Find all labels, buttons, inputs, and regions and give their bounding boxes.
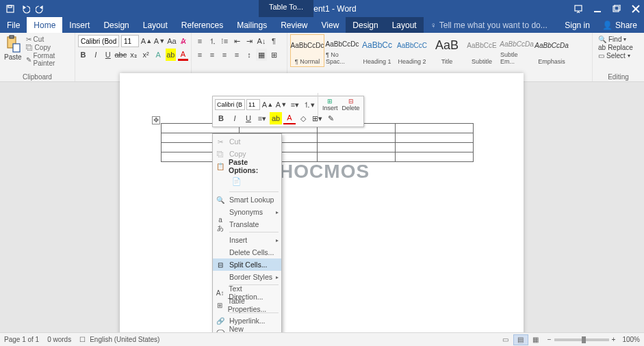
- multilevel-button[interactable]: ⁝≡: [219, 35, 230, 47]
- undo-icon[interactable]: [21, 4, 30, 14]
- mini-highlight[interactable]: ab: [270, 112, 282, 124]
- status-language[interactable]: English (United States): [90, 336, 159, 343]
- grow-font-icon[interactable]: A▲: [141, 35, 152, 47]
- mini-align[interactable]: ≡▾: [256, 112, 268, 124]
- paste-keep-source-icon[interactable]: 📄: [229, 174, 243, 188]
- read-mode-icon[interactable]: ▭: [498, 334, 513, 345]
- align-center-button[interactable]: ≡: [207, 49, 218, 61]
- shrink-font-icon[interactable]: A▼: [154, 35, 165, 47]
- tab-insert[interactable]: Insert: [62, 17, 96, 33]
- mini-borders[interactable]: ⊞▾: [311, 112, 323, 124]
- borders-button[interactable]: ⊞: [268, 49, 279, 61]
- status-page[interactable]: Page 1 of 1: [4, 336, 39, 343]
- tell-me-search[interactable]: ♀ Tell me what you want to do...: [424, 17, 560, 33]
- ctx-border-styles[interactable]: Border Styles▸: [213, 271, 281, 283]
- show-marks-button[interactable]: ¶: [268, 35, 279, 47]
- ctx-smart-lookup[interactable]: 🔍Smart Lookup: [213, 194, 281, 206]
- italic-button[interactable]: I: [90, 49, 101, 61]
- font-name-input[interactable]: [78, 35, 119, 47]
- style-subtle-em[interactable]: AaBbCcDaSubtle Em...: [500, 34, 534, 67]
- tab-mailings[interactable]: Mailings: [230, 17, 274, 33]
- table-row[interactable]: [162, 133, 474, 143]
- sign-in-link[interactable]: Sign in: [559, 17, 595, 33]
- web-layout-icon[interactable]: ▦: [528, 334, 543, 345]
- superscript-button[interactable]: x²: [141, 49, 151, 61]
- zoom-in-button[interactable]: +: [612, 336, 616, 343]
- print-layout-icon[interactable]: ▤: [513, 334, 528, 345]
- style-heading1[interactable]: AaBbCcHeading 1: [360, 34, 394, 67]
- tab-references[interactable]: References: [175, 17, 230, 33]
- ctx-delete-cells[interactable]: Delete Cells...: [213, 246, 281, 258]
- mini-delete-button[interactable]: ⊟Delete: [341, 98, 361, 111]
- mini-shrink-font[interactable]: A▼: [275, 98, 287, 111]
- mini-format-painter[interactable]: ✎: [324, 112, 337, 124]
- mini-numbering[interactable]: ⒈▾: [302, 98, 315, 111]
- increase-indent-button[interactable]: ⇥: [244, 35, 255, 47]
- bullets-button[interactable]: ≡: [194, 35, 205, 47]
- mini-bold[interactable]: B: [215, 112, 227, 124]
- justify-button[interactable]: ≡: [231, 49, 242, 61]
- strikethrough-button[interactable]: abc: [115, 49, 126, 61]
- style-normal[interactable]: AaBbCcDc¶ Normal: [290, 34, 324, 67]
- text-effects-button[interactable]: A: [153, 49, 164, 61]
- mini-shading[interactable]: ◇: [297, 112, 309, 124]
- zoom-level[interactable]: 100%: [622, 336, 640, 343]
- table-row[interactable]: [162, 143, 474, 152]
- tab-design[interactable]: Design: [96, 17, 136, 33]
- save-icon[interactable]: [5, 4, 15, 14]
- format-painter-button[interactable]: ✎Format Painter: [26, 52, 69, 67]
- tab-table-design[interactable]: Design: [346, 17, 385, 33]
- style-title[interactable]: AaBTitle: [430, 34, 464, 67]
- numbering-button[interactable]: ⒈: [207, 35, 218, 47]
- zoom-thumb[interactable]: [582, 336, 586, 343]
- mini-bullets[interactable]: ≡▾: [289, 98, 301, 111]
- mini-insert-button[interactable]: ⊞Insert: [321, 98, 339, 111]
- style-subtitle[interactable]: AaBbCcESubtitle: [465, 34, 499, 67]
- change-case-icon[interactable]: Aa: [167, 35, 177, 47]
- line-spacing-button[interactable]: ↕: [244, 49, 255, 61]
- ctx-translate[interactable]: aあTranslate: [213, 218, 281, 230]
- decrease-indent-button[interactable]: ⇤: [231, 35, 242, 47]
- copy-button[interactable]: ⿻Copy: [26, 44, 69, 51]
- align-right-button[interactable]: ≡: [219, 49, 230, 61]
- tab-home[interactable]: Home: [27, 17, 62, 33]
- ctx-table-properties[interactable]: ⊞Table Properties...: [213, 299, 281, 311]
- tab-view[interactable]: View: [315, 17, 346, 33]
- mini-font-name[interactable]: [215, 99, 245, 110]
- highlight-button[interactable]: ab: [166, 49, 176, 61]
- ctx-cut[interactable]: ✂Cut: [213, 135, 281, 148]
- underline-button[interactable]: U: [103, 49, 113, 61]
- ctx-split-cells[interactable]: ⊟Split Cells...: [213, 258, 281, 271]
- font-size-input[interactable]: [121, 35, 139, 47]
- align-left-button[interactable]: ≡: [194, 49, 205, 61]
- mini-italic[interactable]: I: [229, 112, 241, 124]
- paste-button[interactable]: Paste: [3, 34, 23, 61]
- cut-button[interactable]: ✂Cut: [26, 36, 69, 43]
- sort-button[interactable]: A↓: [256, 35, 267, 47]
- style-emphasis[interactable]: AaBbCcDaEmphasis: [534, 34, 569, 67]
- tab-review[interactable]: Review: [274, 17, 314, 33]
- tab-file[interactable]: File: [0, 17, 27, 33]
- replace-button[interactable]: abReplace: [598, 44, 639, 51]
- redo-icon[interactable]: [36, 4, 45, 14]
- proofing-icon[interactable]: ☐: [79, 336, 86, 343]
- close-icon[interactable]: [632, 5, 640, 13]
- zoom-out-button[interactable]: −: [548, 336, 552, 343]
- styles-gallery[interactable]: AaBbCcDc¶ Normal AaBbCcDc¶ No Spac... Aa…: [290, 34, 589, 67]
- mini-underline[interactable]: U: [242, 112, 255, 124]
- style-heading2[interactable]: AaBbCcCHeading 2: [395, 34, 429, 67]
- mini-font-color[interactable]: A: [283, 112, 296, 124]
- table-move-handle[interactable]: ✥: [152, 116, 160, 124]
- share-button[interactable]: 👤 Share: [595, 17, 644, 33]
- bold-button[interactable]: B: [78, 49, 88, 61]
- minimize-icon[interactable]: [593, 5, 602, 13]
- zoom-slider[interactable]: [554, 338, 609, 341]
- subscript-button[interactable]: x₂: [128, 49, 138, 61]
- style-no-spacing[interactable]: AaBbCcDc¶ No Spac...: [325, 34, 359, 67]
- select-button[interactable]: ▭Select ▾: [598, 52, 639, 59]
- ctx-insert[interactable]: Insert▸: [213, 234, 281, 246]
- mini-font-size[interactable]: [246, 99, 260, 110]
- clear-formatting-icon[interactable]: A̷: [179, 35, 188, 47]
- maximize-icon[interactable]: [613, 5, 621, 13]
- tab-table-layout[interactable]: Layout: [385, 17, 424, 33]
